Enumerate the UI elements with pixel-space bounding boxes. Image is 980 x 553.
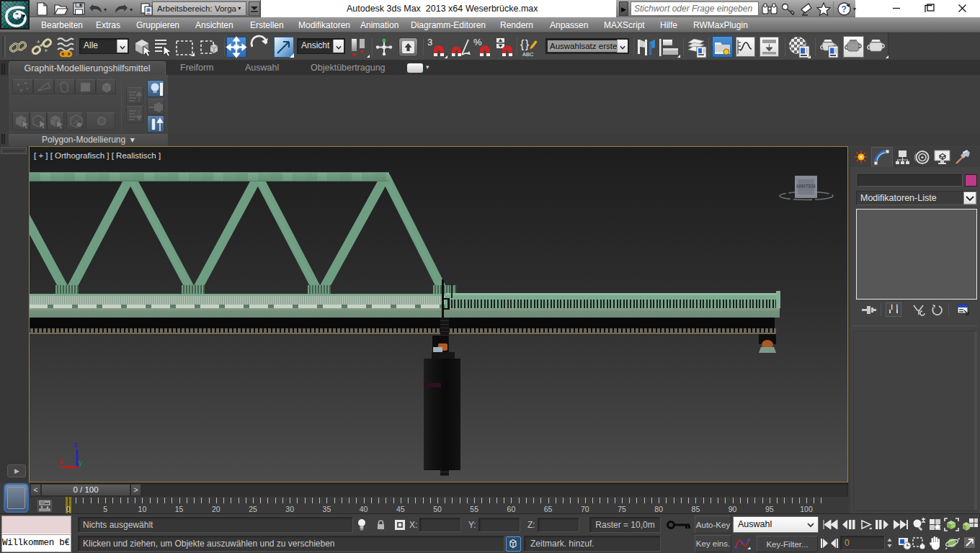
svg-text:{ }: { }: [520, 38, 530, 50]
svg-text:ABC: ABC: [522, 51, 534, 58]
svg-text:y: y: [79, 458, 83, 467]
svg-text:3: 3: [427, 37, 432, 48]
svg-text:?: ?: [842, 4, 847, 14]
svg-text:%: %: [473, 37, 482, 48]
svg-text:z: z: [74, 440, 78, 449]
svg-text:x: x: [59, 457, 63, 465]
